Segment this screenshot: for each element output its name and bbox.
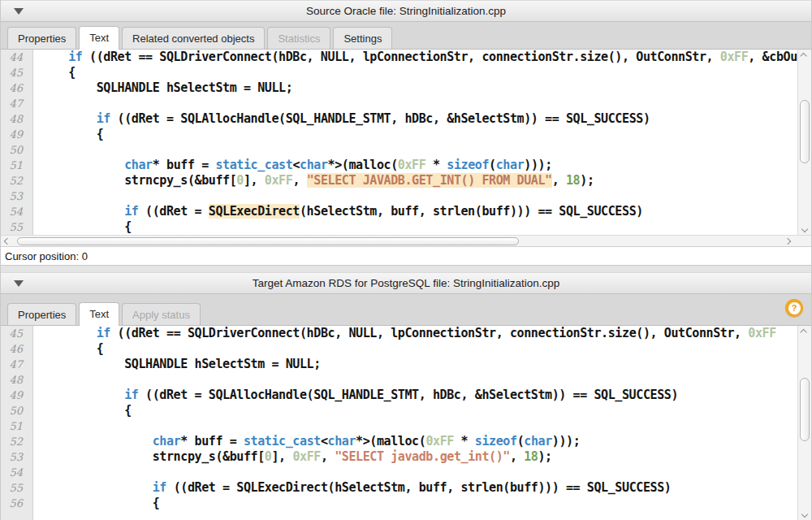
- line-number: 55: [1, 480, 33, 496]
- tab-source-properties[interactable]: Properties: [7, 27, 76, 49]
- collapse-target-button[interactable]: [12, 277, 25, 290]
- source-hscroll-thumb[interactable]: [17, 237, 519, 245]
- tab-source-related-converted-objects[interactable]: Related converted objects: [122, 27, 265, 49]
- code-line[interactable]: 47 SQLHANDLE hSelectStm = NULL;: [1, 357, 797, 372]
- code-line[interactable]: 55 {: [1, 219, 797, 235]
- code-line[interactable]: 52 strncpy_s(&buff[0], 0xFF, "SELECT JAV…: [1, 173, 797, 188]
- line-number: 54: [1, 465, 33, 480]
- line-number: 45: [1, 326, 33, 341]
- line-number: 46: [1, 80, 33, 96]
- line-number: 52: [1, 173, 33, 188]
- code-line[interactable]: 54: [1, 465, 797, 480]
- source-panel-title: Source Oracle file: StringInitialization…: [306, 5, 506, 17]
- tab-source-settings[interactable]: Settings: [333, 27, 392, 49]
- source-vertical-scrollbar[interactable]: [797, 50, 811, 235]
- cursor-position-bar: Cursor position: 0: [1, 247, 811, 266]
- line-number: 51: [1, 158, 33, 173]
- code-line[interactable]: 48 if ((dRet = SQLAllocHandle(SQL_HANDLE…: [1, 111, 797, 127]
- help-icon[interactable]: ?: [785, 299, 803, 317]
- scroll-down-icon[interactable]: [798, 508, 811, 520]
- triangle-down-icon: [14, 8, 24, 15]
- tab-target-text[interactable]: Text: [79, 302, 119, 326]
- code-line[interactable]: 53 strncpy_s(&buff[0], 0xFF, "SELECT jav…: [1, 449, 797, 465]
- line-number: 50: [1, 403, 33, 418]
- source-horizontal-scrollbar[interactable]: [1, 235, 811, 247]
- line-number: 50: [1, 142, 33, 158]
- line-number: 49: [1, 127, 33, 142]
- code-line[interactable]: 46 {: [1, 341, 797, 357]
- code-line[interactable]: 53: [1, 188, 797, 204]
- tab-source-statistics: Statistics: [267, 27, 330, 49]
- target-panel-title: Target Amazon RDS for PostgreSQL file: S…: [253, 277, 559, 289]
- code-line[interactable]: 45 if ((dRet == SQLDriverConnect(hDBc, N…: [1, 326, 797, 341]
- source-code-area[interactable]: 44 if ((dRet == SQLDriverConnect(hDBc, N…: [1, 50, 797, 235]
- code-line[interactable]: 52 char* buff = static_cast<char*>(mallo…: [1, 434, 797, 449]
- tab-target-properties[interactable]: Properties: [7, 303, 76, 325]
- code-line[interactable]: 44 if ((dRet == SQLDriverConnect(hDBc, N…: [1, 50, 797, 65]
- cursor-position-text: Cursor position: 0: [5, 250, 88, 262]
- code-line[interactable]: 51: [1, 418, 797, 434]
- scroll-up-icon[interactable]: [798, 326, 811, 338]
- code-line[interactable]: 54 if ((dRet = SQLExecDirect(hSelectStm,…: [1, 204, 797, 219]
- line-number: 47: [1, 357, 33, 372]
- code-line[interactable]: 51 char* buff = static_cast<char*>(mallo…: [1, 158, 797, 173]
- source-vscroll-thumb[interactable]: [800, 100, 810, 163]
- code-line[interactable]: 55 if ((dRet = SQLExecDirect(hSelectStm,…: [1, 480, 797, 496]
- code-line[interactable]: 46 SQLHANDLE hSelectStm = NULL;: [1, 80, 797, 96]
- line-number: 51: [1, 418, 33, 434]
- target-tabstrip: Properties Text Apply status ?: [1, 294, 811, 326]
- line-number: 45: [1, 65, 33, 80]
- target-code-area[interactable]: 45 if ((dRet == SQLDriverConnect(hDBc, N…: [1, 326, 797, 520]
- target-vertical-scrollbar[interactable]: [797, 326, 811, 520]
- code-line[interactable]: 50: [1, 142, 797, 158]
- line-number: 55: [1, 219, 33, 235]
- line-number: 44: [1, 50, 33, 65]
- code-line[interactable]: 48: [1, 372, 797, 388]
- line-number: 46: [1, 341, 33, 357]
- source-code-editor[interactable]: 44 if ((dRet == SQLDriverConnect(hDBc, N…: [1, 50, 811, 235]
- line-number: 48: [1, 372, 33, 388]
- tab-source-text[interactable]: Text: [79, 26, 119, 50]
- collapse-source-button[interactable]: [12, 5, 25, 18]
- code-line[interactable]: 47: [1, 96, 797, 111]
- scroll-right-icon[interactable]: [781, 236, 793, 246]
- line-number: 53: [1, 449, 33, 465]
- line-number: 47: [1, 96, 33, 111]
- line-number: 52: [1, 434, 33, 449]
- line-number: 48: [1, 111, 33, 127]
- code-line[interactable]: 50 {: [1, 403, 797, 418]
- schema-conversion-tool-window: Source Oracle file: StringInitialization…: [0, 0, 812, 520]
- triangle-down-icon: [14, 280, 24, 287]
- scroll-left-icon[interactable]: [1, 236, 13, 246]
- tab-target-apply-status: Apply status: [122, 303, 201, 325]
- target-vscroll-thumb[interactable]: [800, 378, 810, 441]
- line-number: 53: [1, 188, 33, 204]
- source-tabstrip: Properties Text Related converted object…: [1, 22, 811, 50]
- code-line[interactable]: 49 {: [1, 127, 797, 142]
- line-number: 49: [1, 388, 33, 403]
- line-number: 56: [1, 496, 33, 511]
- code-line[interactable]: 49 if ((dRet = SQLAllocHandle(SQL_HANDLE…: [1, 388, 797, 403]
- target-panel-header: Target Amazon RDS for PostgreSQL file: S…: [1, 272, 811, 294]
- line-number: 54: [1, 204, 33, 219]
- source-panel-header: Source Oracle file: StringInitialization…: [1, 0, 811, 22]
- scroll-down-icon[interactable]: [798, 223, 811, 235]
- target-code-editor[interactable]: 45 if ((dRet == SQLDriverConnect(hDBc, N…: [1, 326, 811, 520]
- code-line[interactable]: 56 {: [1, 496, 797, 511]
- code-line[interactable]: 45 {: [1, 65, 797, 80]
- panel-divider: [1, 266, 811, 272]
- scroll-up-icon[interactable]: [798, 50, 811, 62]
